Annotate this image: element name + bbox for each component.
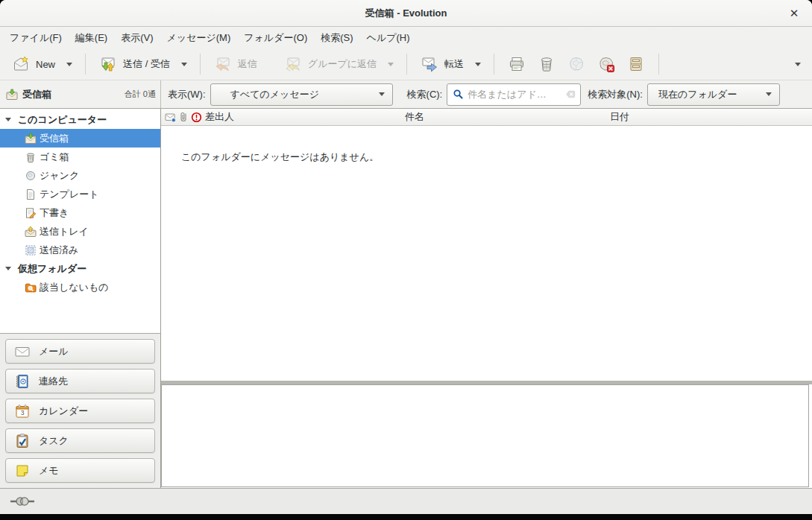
forward-button[interactable]: 転送: [415, 51, 470, 77]
folder-label: ゴミ箱: [40, 150, 69, 164]
column-subject[interactable]: 件名: [405, 110, 610, 124]
show-filter-value: すべてのメッセージ: [221, 88, 370, 101]
toolbar-overflow-dropdown[interactable]: [790, 59, 806, 70]
online-status-icon[interactable]: [10, 495, 35, 507]
menu-search[interactable]: 検索(S): [314, 28, 359, 48]
send-receive-button[interactable]: 送信 / 受信: [93, 51, 176, 77]
folder-label: ジャンク: [40, 169, 79, 183]
main-area: このコンピューター 受信箱 ゴミ箱: [0, 109, 812, 488]
junk-button[interactable]: [561, 51, 591, 77]
toolbar: New 送信 / 受信 返信 グループに返信: [0, 48, 812, 80]
preview-pane[interactable]: [161, 384, 809, 487]
current-folder-indicator: 受信箱 合計 0通: [0, 80, 161, 108]
new-mail-button[interactable]: New: [6, 51, 61, 77]
toolbar-separator: [200, 54, 201, 74]
menu-help[interactable]: ヘルプ(H): [360, 28, 417, 48]
chevron-down-icon: [475, 63, 481, 66]
show-label: 表示(W):: [168, 88, 206, 101]
archive-button[interactable]: [621, 51, 651, 77]
folder-label: 下書き: [40, 206, 69, 220]
switcher-calendar-button[interactable]: 3 カレンダー: [5, 399, 155, 423]
column-from[interactable]: 差出人: [161, 110, 405, 124]
folder-row-trash[interactable]: ゴミ箱: [0, 148, 160, 166]
expander-icon[interactable]: [5, 118, 11, 121]
switcher-mail-button[interactable]: メール: [5, 339, 155, 364]
scope-dropdown[interactable]: 現在のフォルダー: [647, 83, 780, 106]
column-date-label: 日付: [610, 111, 629, 122]
forward-dropdown[interactable]: [470, 59, 486, 70]
menu-file[interactable]: ファイル(F): [3, 28, 69, 48]
toolbar-separator: [406, 54, 407, 74]
search-folder-icon: [25, 282, 37, 294]
scope-value: 現在のフォルダー: [658, 88, 757, 101]
send-receive-label: 送信 / 受信: [123, 57, 170, 71]
sent-icon: [25, 244, 37, 256]
read-status-icon: [165, 112, 176, 123]
search-input[interactable]: [468, 89, 565, 100]
folder-row-sent[interactable]: 送信済み: [0, 241, 160, 259]
chevron-down-icon: [795, 63, 801, 66]
folder-row-unmatched[interactable]: 該当しないもの: [0, 278, 160, 297]
menu-edit[interactable]: 編集(E): [69, 28, 114, 48]
switcher-tasks-button[interactable]: タスク: [5, 428, 155, 453]
forward-label: 転送: [444, 57, 464, 71]
message-count: 合計 0通: [125, 89, 156, 100]
folder-row-drafts[interactable]: 下書き: [0, 203, 160, 222]
calendar-icon: 3: [14, 403, 31, 419]
svg-text:3: 3: [21, 409, 25, 416]
switcher-contacts-button[interactable]: 連絡先: [5, 369, 155, 393]
switcher-memos-button[interactable]: メモ: [5, 458, 155, 483]
group-reply-icon: [284, 55, 302, 73]
current-folder-name: 受信箱: [22, 88, 51, 101]
search-entry[interactable]: [447, 83, 581, 106]
menu-view[interactable]: 表示(V): [114, 28, 160, 48]
draft-icon: [25, 207, 37, 219]
folder-row-junk[interactable]: ジャンク: [0, 166, 160, 185]
chevron-down-icon: [66, 63, 72, 66]
archive-icon: [627, 55, 645, 73]
print-button[interactable]: [502, 51, 532, 77]
message-list-body[interactable]: このフォルダーにメッセージはありません。: [161, 126, 812, 381]
folder-tree: このコンピューター 受信箱 ゴミ箱: [0, 109, 160, 333]
new-mail-dropdown[interactable]: [61, 59, 78, 70]
tasks-icon: [14, 433, 31, 449]
column-date[interactable]: 日付: [610, 110, 812, 124]
show-filter-dropdown[interactable]: すべてのメッセージ: [210, 83, 393, 106]
folder-label: 送信済み: [40, 244, 78, 257]
send-receive-icon: [99, 55, 117, 73]
chevron-down-icon: [181, 63, 187, 66]
folder-group-search-folders[interactable]: 仮想フォルダー: [0, 259, 160, 278]
switcher-label: タスク: [39, 434, 69, 448]
clear-search-icon[interactable]: [565, 89, 576, 100]
not-junk-icon: [597, 55, 615, 73]
folder-row-outbox[interactable]: 送信トレイ: [0, 222, 160, 241]
folder-group-label: このコンピューター: [18, 113, 107, 127]
statusbar: [0, 488, 812, 514]
delete-button[interactable]: [532, 51, 561, 77]
folder-group-label: 仮想フォルダー: [18, 262, 86, 276]
component-switcher: メール 連絡先 3 カレンダー: [0, 333, 160, 488]
not-junk-button[interactable]: [591, 51, 621, 77]
reply-button[interactable]: 返信: [208, 51, 263, 77]
menubar: ファイル(F) 編集(E) 表示(V) メッセージ(M) フォルダー(O) 検索…: [0, 27, 812, 48]
trash-icon: [25, 151, 37, 163]
group-reply-dropdown[interactable]: [383, 59, 399, 70]
menu-folder[interactable]: フォルダー(O): [237, 28, 314, 48]
mail-icon: [14, 343, 31, 360]
folder-label: 該当しないもの: [40, 281, 109, 294]
toolbar-separator: [494, 54, 494, 74]
search-icon: [453, 89, 464, 100]
expander-icon[interactable]: [5, 267, 11, 270]
group-reply-button[interactable]: グループに返信: [278, 51, 383, 77]
forward-icon: [421, 55, 438, 73]
send-receive-dropdown[interactable]: [176, 59, 192, 70]
column-from-label: 差出人: [205, 110, 234, 124]
message-list-pane: 差出人 件名 日付 このフォルダーにメッセージはありません。: [161, 109, 812, 488]
folder-row-inbox[interactable]: 受信箱: [0, 129, 160, 148]
folder-group-this-computer[interactable]: このコンピューター: [0, 110, 160, 129]
menu-message[interactable]: メッセージ(M): [160, 28, 238, 48]
folder-row-templates[interactable]: テンプレート: [0, 185, 160, 203]
close-button[interactable]: ✕: [785, 4, 803, 22]
print-icon: [508, 55, 526, 73]
new-mail-label: New: [36, 59, 55, 70]
